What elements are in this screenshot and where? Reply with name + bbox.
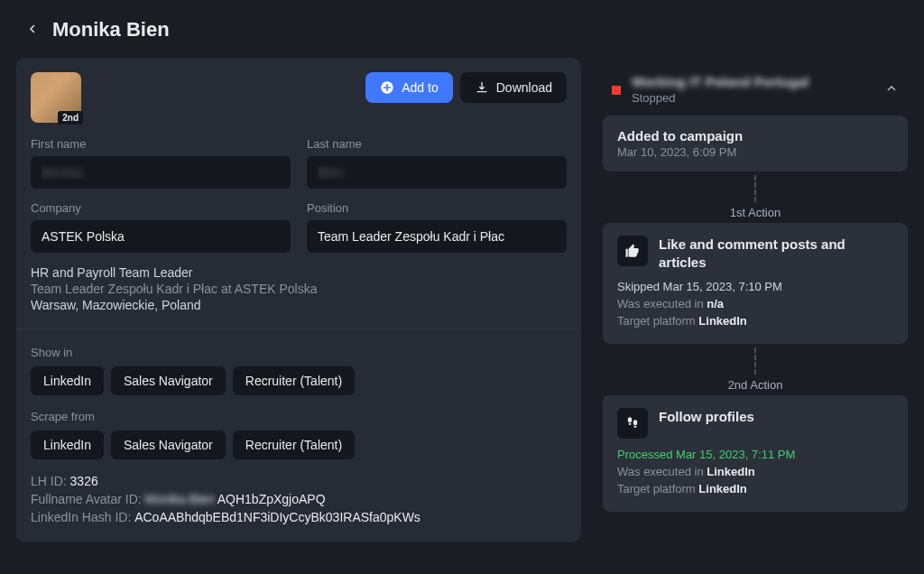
svg-point-1 — [628, 417, 633, 422]
avatar-id-line: Fullname Avatar ID: Monika Bien AQH1bZpX… — [31, 492, 567, 506]
add-to-label: Add to — [402, 80, 438, 95]
add-to-button[interactable]: Add to — [365, 72, 452, 103]
thumbs-up-icon — [617, 236, 648, 266]
action2-title: Follow profiles — [659, 408, 754, 426]
svg-point-2 — [629, 423, 632, 425]
lh-id-line: LH ID: 3326 — [31, 474, 567, 488]
show-in-chip-salesnav[interactable]: Sales Navigator — [111, 366, 226, 395]
divider — [16, 329, 581, 329]
added-title: Added to campaign — [617, 128, 893, 144]
stop-icon — [612, 86, 621, 95]
svg-point-3 — [633, 420, 638, 425]
plus-circle-icon — [380, 80, 394, 95]
campaign-name: Working IT Poland Portugal — [632, 74, 808, 89]
action1-status: Skipped Mar 15, 2023, 7:10 PM — [617, 280, 893, 293]
timeline-connector — [754, 347, 756, 375]
collapse-button[interactable] — [884, 81, 899, 98]
profile-card: 2nd Add to Download First name — [16, 58, 581, 542]
show-in-label: Show in — [31, 346, 567, 359]
location-text: Warsaw, Mazowieckie, Poland — [31, 298, 567, 312]
action1-platform: Target platform LinkedIn — [617, 314, 893, 328]
scrape-chip-salesnav[interactable]: Sales Navigator — [111, 430, 226, 459]
action2-exec: Was executed in LinkedIn — [617, 465, 893, 478]
show-in-chip-recruiter[interactable]: Recruiter (Talent) — [233, 366, 355, 395]
back-button[interactable] — [25, 22, 40, 39]
added-time: Mar 10, 2023, 6:09 PM — [617, 145, 893, 159]
hash-id-line: LinkedIn Hash ID: ACoAABhdqbEBd1NF3iDIyC… — [31, 510, 567, 524]
action2-label: 2nd Action — [603, 378, 908, 392]
added-to-campaign-card: Added to campaign Mar 10, 2023, 6:09 PM — [603, 116, 908, 171]
action2-platform: Target platform LinkedIn — [617, 482, 893, 495]
position-input[interactable] — [307, 220, 567, 253]
download-icon — [475, 80, 489, 95]
company-input[interactable] — [31, 220, 291, 253]
scrape-chip-linkedin[interactable]: LinkedIn — [31, 430, 104, 459]
first-name-input[interactable] — [31, 156, 291, 189]
footprints-icon — [617, 408, 648, 439]
action2-card: Follow profiles Processed Mar 15, 2023, … — [603, 395, 908, 512]
action2-status: Processed Mar 15, 2023, 7:11 PM — [617, 448, 893, 461]
company-label: Company — [31, 201, 291, 215]
campaign-status: Stopped — [632, 91, 808, 105]
scrape-chip-recruiter[interactable]: Recruiter (Talent) — [233, 430, 355, 459]
last-name-label: Last name — [307, 137, 567, 151]
action1-exec: Was executed in n/a — [617, 297, 893, 310]
avatar-wrap: 2nd — [31, 72, 81, 123]
first-name-label: First name — [31, 137, 291, 151]
action1-title: Like and comment posts and articles — [659, 236, 893, 271]
download-label: Download — [496, 80, 552, 95]
campaign-header[interactable]: Working IT Poland Portugal Stopped — [603, 58, 908, 116]
role-text: HR and Payroll Team Leader — [31, 265, 567, 280]
connection-badge: 2nd — [58, 111, 83, 125]
position-label: Position — [307, 201, 567, 215]
show-in-chip-linkedin[interactable]: LinkedIn — [31, 366, 104, 395]
last-name-input[interactable] — [307, 156, 567, 189]
scrape-from-label: Scrape from — [31, 410, 567, 423]
svg-point-4 — [634, 426, 637, 428]
action1-label: 1st Action — [603, 206, 908, 219]
chevron-up-icon — [884, 81, 899, 96]
chevron-left-icon — [25, 22, 40, 36]
page-title: Monika Bien — [52, 18, 170, 42]
download-button[interactable]: Download — [460, 72, 567, 103]
timeline-connector — [754, 175, 756, 202]
action1-card: Like and comment posts and articles Skip… — [603, 223, 908, 344]
headline-text: Team Leader Zespołu Kadr i Płac at ASTEK… — [31, 282, 567, 296]
